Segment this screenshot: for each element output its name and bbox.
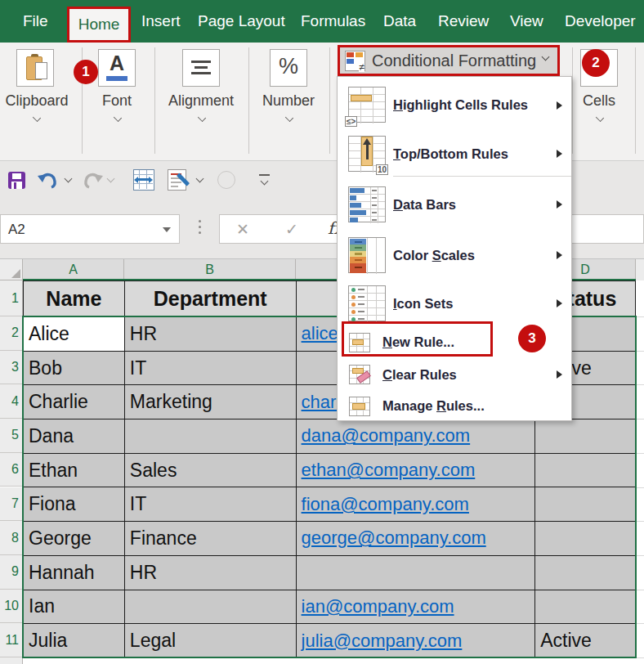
menu-item-highlight-cells-rules[interactable]: ≤> Highlight Cells Rules [338, 79, 571, 132]
redo-icon[interactable] [81, 171, 104, 191]
column-width-icon[interactable] [133, 169, 154, 191]
cell-a4[interactable]: Charlie [24, 385, 125, 419]
cell-b2[interactable]: HR [125, 317, 297, 352]
cell-c6[interactable]: ethan@company.com [297, 454, 536, 488]
cell-c5[interactable]: dana@company.com [297, 419, 536, 454]
name-box-dropdown-arrow[interactable] [163, 227, 171, 232]
cell-b3[interactable]: IT [125, 352, 297, 386]
chevron-down-icon[interactable] [198, 114, 205, 122]
cell-a7[interactable]: Fiona [24, 487, 125, 522]
cell-b6[interactable]: Sales [125, 454, 297, 488]
customize-qat-chevron[interactable] [262, 178, 268, 185]
menu-item-top-bottom-rules[interactable]: 10 Top/Bottom Rules [338, 132, 571, 176]
edit-form-icon[interactable] [168, 169, 186, 191]
cell-b7[interactable]: IT [125, 487, 297, 522]
edit-dropdown-chevron[interactable] [197, 176, 203, 182]
number-format-button[interactable]: % [270, 49, 307, 87]
font-color-button[interactable]: A [98, 49, 136, 87]
column-header-a[interactable]: A [23, 259, 124, 280]
row-header-8[interactable]: 8 [0, 521, 23, 555]
email-link[interactable]: george@company.com [302, 527, 486, 549]
cancel-icon[interactable]: ✕ [236, 220, 249, 239]
cell-b11[interactable]: Legal [125, 624, 297, 658]
column-header-b[interactable]: B [124, 259, 296, 280]
tab-home[interactable]: Home [67, 7, 131, 43]
row-header-6[interactable]: 6 [0, 453, 23, 487]
email-link[interactable]: ethan@company.com [302, 460, 476, 481]
undo-icon[interactable] [37, 171, 60, 191]
row-header-1[interactable]: 1 [0, 280, 23, 316]
cell-b8[interactable]: Finance [125, 522, 297, 556]
menu-item-data-bars[interactable]: Data Bars [338, 179, 571, 230]
column-header-partial[interactable] [636, 259, 644, 280]
tab-view[interactable]: View [510, 0, 543, 43]
cell-a11[interactable]: Julia [24, 624, 125, 658]
email-link[interactable]: fiona@company.com [302, 494, 469, 515]
cell-a6[interactable]: Ethan [24, 454, 125, 488]
cell-d11[interactable]: Active [535, 624, 636, 658]
enter-icon[interactable]: ✓ [285, 220, 298, 239]
tab-data[interactable]: Data [383, 0, 416, 43]
cell-a1[interactable]: Name [24, 281, 125, 317]
email-link[interactable]: dana@company.com [302, 425, 471, 446]
tab-insert[interactable]: Insert [141, 0, 181, 43]
undo-dropdown-chevron[interactable] [65, 176, 72, 182]
cell-b5[interactable] [125, 419, 297, 454]
name-box[interactable]: A2 [0, 214, 180, 244]
save-icon[interactable] [8, 172, 25, 189]
tab-file[interactable]: File [23, 0, 48, 43]
tab-developer[interactable]: Developer [565, 0, 636, 43]
cell-d6[interactable] [535, 454, 636, 488]
row-header-12-partial[interactable] [0, 657, 23, 664]
cell-c10[interactable]: ian@company.com [297, 590, 536, 625]
row-header-5[interactable]: 5 [0, 419, 23, 453]
cell-c8[interactable]: george@company.com [297, 522, 536, 556]
chevron-down-icon[interactable] [596, 114, 603, 122]
cell-d7[interactable] [535, 487, 636, 522]
row-header-3[interactable]: 3 [0, 351, 23, 385]
cell-b4[interactable]: Marketing [125, 385, 297, 419]
alignment-button[interactable] [182, 49, 220, 87]
cell-a3[interactable]: Bob [24, 352, 125, 386]
chevron-down-icon[interactable] [285, 114, 293, 122]
row-header-2[interactable]: 2 [0, 316, 23, 351]
tab-page-layout[interactable]: Page Layout [198, 0, 285, 43]
annotation-box-conditional-formatting [338, 45, 560, 76]
cell-a10[interactable]: Ian [24, 590, 125, 625]
customize-qat-icon[interactable] [259, 174, 270, 176]
paste-button[interactable] [16, 49, 54, 87]
circle-icon[interactable] [217, 171, 235, 189]
cell-a2-active[interactable]: Alice [24, 317, 125, 352]
cell-d9[interactable] [535, 556, 636, 590]
cell-a5[interactable]: Dana [24, 419, 125, 454]
row-header-7[interactable]: 7 [0, 487, 23, 522]
cell-d10[interactable] [535, 590, 636, 625]
cell-c9[interactable] [297, 556, 536, 590]
cell-c11[interactable]: julia@company.com [297, 624, 536, 658]
cell-a8[interactable]: George [24, 522, 125, 556]
cell-d5[interactable] [535, 419, 636, 454]
formula-bar-resize-handle[interactable] [199, 220, 201, 237]
email-link[interactable]: ian@company.com [302, 596, 454, 617]
chevron-down-icon[interactable] [114, 114, 121, 122]
cell-b9[interactable]: HR [125, 556, 297, 590]
menu-item-color-scales[interactable]: Color Scales [338, 230, 571, 280]
select-all-corner[interactable] [0, 259, 23, 280]
cell-c7[interactable]: fiona@company.com [297, 487, 536, 522]
cell-b1[interactable]: Department [125, 281, 297, 317]
cell-d8[interactable] [535, 522, 636, 556]
chevron-down-icon[interactable] [33, 114, 40, 122]
menu-item-icon-sets[interactable]: Icon Sets [338, 280, 571, 326]
row-header-4[interactable]: 4 [0, 384, 23, 419]
menu-item-manage-rules[interactable]: Manage Rules... [338, 391, 571, 421]
row-header-9[interactable]: 9 [0, 555, 23, 590]
menu-item-clear-rules[interactable]: Clear Rules [338, 358, 571, 391]
tab-formulas[interactable]: Formulas [301, 0, 365, 43]
redo-dropdown-chevron[interactable] [108, 176, 114, 182]
tab-review[interactable]: Review [438, 0, 489, 43]
cell-b10[interactable] [125, 590, 297, 625]
cell-a9[interactable]: Hannah [24, 556, 125, 590]
row-header-11[interactable]: 11 [0, 623, 23, 657]
row-header-10[interactable]: 10 [0, 590, 23, 624]
email-link[interactable]: julia@company.com [302, 630, 463, 652]
